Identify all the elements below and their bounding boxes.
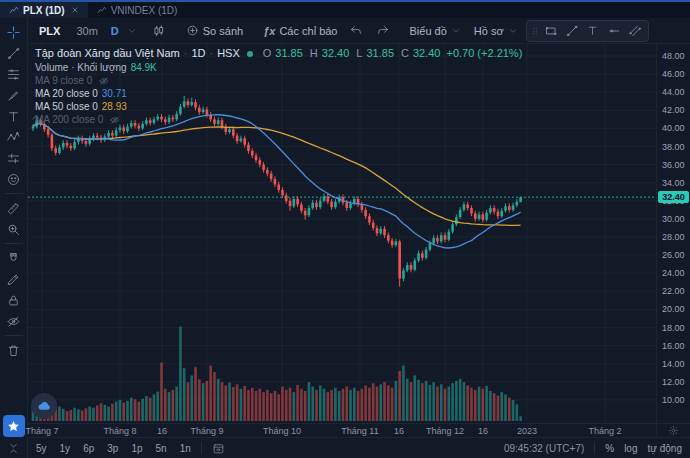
lock-all-tool-button[interactable]	[3, 290, 25, 310]
emoji-tool-button[interactable]	[3, 169, 25, 189]
indicators-button[interactable]: ƒx Các chỉ báo	[258, 23, 342, 39]
volume-bar	[145, 396, 148, 421]
ma20-label[interactable]: MA 20 close 0	[35, 87, 98, 100]
price-axis-label: 36.00	[662, 160, 685, 170]
chart-style-button[interactable]	[147, 22, 171, 40]
rectangle-tool-button[interactable]	[541, 22, 561, 40]
range-button-1y[interactable]: 1y	[60, 443, 71, 454]
volume-bar	[516, 404, 519, 421]
undo-button[interactable]	[345, 22, 368, 39]
go-to-date-button[interactable]	[212, 442, 225, 455]
horizontal-ray-tool-button[interactable]	[604, 22, 624, 40]
volume-bar	[183, 368, 186, 421]
ma200-label[interactable]: MA 200 close 0	[35, 113, 103, 126]
pattern-tool-button[interactable]	[3, 127, 25, 147]
volume-bar	[85, 408, 88, 421]
percent-scale-button[interactable]: %	[605, 443, 614, 454]
trend-line-tool-button[interactable]	[562, 22, 582, 40]
drag-handle[interactable]	[530, 22, 540, 40]
log-scale-button[interactable]: log	[624, 443, 637, 454]
legend-interval[interactable]: 1D	[191, 47, 205, 60]
symbol-title[interactable]: Tập đoàn Xăng dầu Việt Nam	[35, 47, 180, 60]
gann-fib-tool-button[interactable]	[3, 64, 25, 84]
candle-body	[485, 213, 488, 220]
range-button-5n[interactable]: 5n	[156, 443, 167, 454]
profile-menu-button[interactable]: Hồ sơ	[469, 23, 523, 39]
chart-menu-button[interactable]: Biểu đồ	[404, 23, 465, 39]
candle-body	[421, 253, 424, 258]
candle-body	[466, 204, 469, 208]
interval-d-button[interactable]: D	[106, 23, 124, 39]
range-button-1n[interactable]: 1n	[180, 443, 191, 454]
time-axis[interactable]: Tháng 7Tháng 816Tháng 9Tháng 10Tháng 111…	[28, 423, 656, 437]
time-axis-label: Tháng 9	[190, 426, 223, 436]
volume-bar	[221, 382, 224, 421]
range-button-1p[interactable]: 1p	[131, 443, 142, 454]
volume-bar	[281, 387, 284, 421]
price-axis-label: 16.00	[662, 341, 685, 351]
volume-bar	[296, 385, 299, 421]
volume-bar	[240, 389, 243, 421]
interval-30m-button[interactable]: 30m	[71, 23, 102, 39]
trend-line-tool-button[interactable]	[3, 43, 25, 63]
ma50-label[interactable]: MA 50 close 0	[35, 100, 98, 113]
low-value: 31.85	[366, 47, 394, 60]
volume-bar	[277, 394, 280, 421]
candle-body	[266, 170, 269, 174]
legend-ma50-row: MA 50 close 0 28.93	[35, 100, 522, 113]
candle-body	[96, 136, 99, 138]
chart-pane[interactable]: Tập đoàn Xăng dầu Việt Nam · 1D · HSX O3…	[28, 44, 656, 423]
measure-tool-button[interactable]	[3, 198, 25, 218]
candle-body	[478, 214, 481, 219]
ma9-label[interactable]: MA 9 close 0	[35, 74, 92, 87]
volume-bar	[308, 382, 311, 421]
candle-body	[296, 199, 299, 204]
tab-vnindex-1d-[interactable]: VNINDEX (1D)	[88, 2, 187, 18]
range-button-5y[interactable]: 5y	[36, 443, 47, 454]
collapse-sidebar-icon[interactable]	[7, 442, 20, 455]
volume-bar	[455, 381, 458, 421]
candle-body	[119, 127, 122, 130]
interval-chevron-down-icon[interactable]	[127, 26, 137, 36]
candle-body	[115, 130, 118, 135]
redo-button[interactable]	[371, 22, 394, 39]
cloud-sync-button[interactable]	[31, 393, 57, 419]
text-tool-button[interactable]	[583, 22, 603, 40]
time-axis-settings-gear-icon[interactable]	[668, 425, 679, 436]
forecast-tool-button[interactable]	[3, 148, 25, 168]
drawing-mode-tool-button[interactable]	[3, 269, 25, 289]
volume-bar	[160, 363, 163, 421]
eye-off-icon[interactable]	[109, 114, 121, 126]
close-icon[interactable]	[71, 6, 79, 14]
volume-bar	[512, 400, 515, 421]
eye-off-icon[interactable]	[98, 75, 110, 87]
legend-exchange[interactable]: HSX	[217, 47, 240, 60]
volume-bar	[470, 388, 473, 421]
auto-scale-button[interactable]: tự động	[648, 443, 683, 454]
compare-button[interactable]: So sánh	[181, 22, 248, 39]
tab-plx-1d-[interactable]: PLX (1D)	[0, 2, 88, 18]
volume-bar	[383, 382, 386, 421]
text-tool-button[interactable]	[3, 106, 25, 126]
parallel-channel-tool-button[interactable]	[625, 22, 645, 40]
favorites-star-button[interactable]	[3, 415, 25, 437]
range-button-3p[interactable]: 3p	[107, 443, 118, 454]
volume-bar	[130, 398, 133, 421]
remove-all-tool-button[interactable]	[3, 340, 25, 360]
symbol-button[interactable]: PLX	[34, 23, 68, 39]
brush-tool-button[interactable]	[3, 85, 25, 105]
ma20-line[interactable]	[33, 115, 521, 248]
magnet-tool-button[interactable]	[3, 248, 25, 268]
zoom-in-tool-button[interactable]	[3, 219, 25, 239]
volume-label[interactable]: Volume · Khối lượng	[35, 61, 127, 74]
candle-body	[73, 142, 76, 148]
clock[interactable]: 09:45:32 (UTC+7)	[504, 443, 584, 454]
price-axis[interactable]: 48.0046.0044.0042.0040.0038.0036.0034.00…	[656, 44, 690, 423]
sidebar-divider	[5, 243, 23, 244]
range-button-6p[interactable]: 6p	[83, 443, 94, 454]
candle-body	[395, 242, 398, 246]
volume-bar	[311, 387, 314, 421]
candle-body	[111, 133, 114, 136]
crosshair-tool-button[interactable]	[3, 22, 25, 42]
hide-all-tool-button[interactable]	[3, 311, 25, 331]
